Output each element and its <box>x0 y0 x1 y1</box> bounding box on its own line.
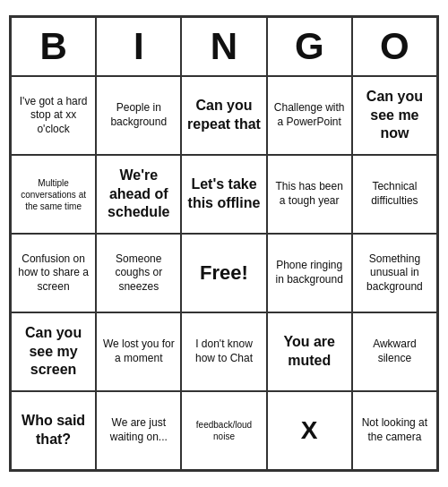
bingo-cell-6[interactable]: We're ahead of schedule <box>96 155 181 234</box>
bingo-cell-23[interactable]: X <box>267 391 352 470</box>
bingo-cell-4[interactable]: Can you see me now <box>352 76 437 155</box>
bingo-cell-1[interactable]: People in background <box>96 76 181 155</box>
bingo-card: BINGO I've got a hard stop at xx o'clock… <box>9 15 439 472</box>
header-letter-n: N <box>181 17 266 76</box>
bingo-cell-22[interactable]: feedback/loud noise <box>181 391 266 470</box>
header-letter-b: B <box>11 17 96 76</box>
bingo-cell-3[interactable]: Challenge with a PowerPoint <box>267 76 352 155</box>
bingo-cell-21[interactable]: We are just waiting on... <box>96 391 181 470</box>
header-letter-o: O <box>352 17 437 76</box>
bingo-cell-10[interactable]: Confusion on how to share a screen <box>11 234 96 312</box>
bingo-cell-20[interactable]: Who said that? <box>11 391 96 470</box>
bingo-header: BINGO <box>11 17 437 76</box>
header-letter-i: I <box>96 17 181 76</box>
bingo-cell-2[interactable]: Can you repeat that <box>181 76 266 155</box>
bingo-cell-18[interactable]: You are muted <box>267 312 352 391</box>
bingo-cell-17[interactable]: I don't know how to Chat <box>181 312 266 391</box>
bingo-cell-16[interactable]: We lost you for a moment <box>96 312 181 391</box>
bingo-cell-14[interactable]: Something unusual in background <box>352 234 437 312</box>
bingo-cell-24[interactable]: Not looking at the camera <box>352 391 437 470</box>
bingo-cell-19[interactable]: Awkward silence <box>352 312 437 391</box>
bingo-cell-13[interactable]: Phone ringing in background <box>267 234 352 312</box>
bingo-grid: I've got a hard stop at xx o'clockPeople… <box>11 76 437 470</box>
bingo-cell-9[interactable]: Technical difficulties <box>352 155 437 234</box>
bingo-cell-8[interactable]: This has been a tough year <box>267 155 352 234</box>
bingo-cell-0[interactable]: I've got a hard stop at xx o'clock <box>11 76 96 155</box>
bingo-cell-5[interactable]: Multiple conversations at the same time <box>11 155 96 234</box>
bingo-cell-12[interactable]: Free! <box>181 234 266 312</box>
bingo-cell-15[interactable]: Can you see my screen <box>11 312 96 391</box>
header-letter-g: G <box>267 17 352 76</box>
bingo-cell-11[interactable]: Someone coughs or sneezes <box>96 234 181 312</box>
bingo-cell-7[interactable]: Let's take this offline <box>181 155 266 234</box>
